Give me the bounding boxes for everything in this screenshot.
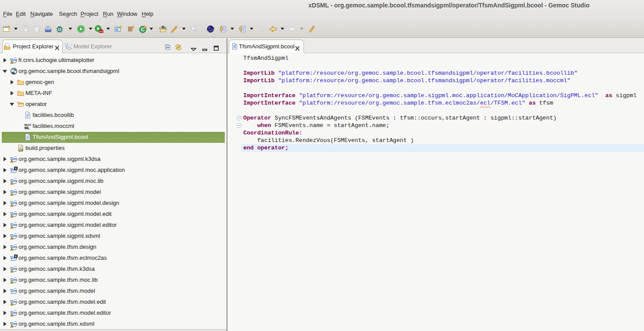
svg-text:E: E <box>15 255 17 258</box>
svg-text:G: G <box>116 28 118 31</box>
svg-text:010: 010 <box>19 149 23 151</box>
svg-text:ML: ML <box>25 126 30 130</box>
svg-text:E: E <box>15 167 17 170</box>
svg-text:C: C <box>141 27 144 32</box>
